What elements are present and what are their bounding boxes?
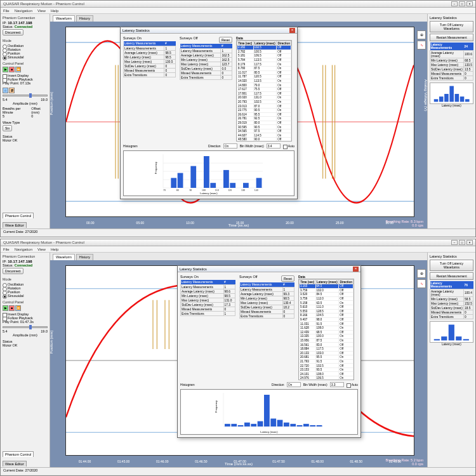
x-ticks: 00.0005.0010.0015.0020.0025.0030.00 [65,221,414,225]
direction-select[interactable] [287,382,301,387]
right-title: Latency Statistics [430,16,473,20]
svg-rect-18 [178,173,183,188]
tab-wave-editor[interactable]: Wave Editor [3,222,27,228]
bin-width-input[interactable] [330,382,344,387]
reset-button[interactable]: Reset [281,275,294,282]
dialog-close-button[interactable]: × [353,267,359,272]
svg-rect-70 [310,425,315,426]
reset-button[interactable]: Reset [219,37,232,43]
minimize-button[interactable]: – [451,240,458,245]
svg-rect-22 [204,156,209,188]
close-button[interactable]: × [466,1,473,6]
amp-slider[interactable] [3,95,48,96]
svg-text:Frequency: Frequency [215,400,218,413]
menu-help[interactable]: Help [51,9,58,13]
histogram-plot: Frequency Latency (msec) 708090100110120… [123,150,294,196]
surveys-on-table: Latency Measurements#Latency Measurement… [123,41,176,77]
svg-rect-69 [303,424,309,426]
play-button[interactable]: ▶ [3,67,8,72]
svg-rect-59 [238,425,244,426]
svg-rect-58 [231,424,237,426]
amp-label: Amplitude (mm) [3,102,48,105]
forward-button[interactable]: ⏩ [15,305,21,311]
latency-dialog: Latency Statistics× Surveys On Latency M… [120,27,298,199]
amp-value: 19.0 [41,98,48,102]
turn-off-latency-button[interactable]: Turn Off Latency Waveforms [430,21,473,32]
svg-rect-28 [243,183,249,188]
minimize-button[interactable]: – [451,1,458,6]
disconnect-button[interactable]: Disconnect [3,268,23,274]
playback-controls: ▶ ■ ⏩ [3,67,48,72]
svg-text:110: 110 [215,189,219,192]
left-panel: Phantom ConnectionIP: 10.17.147.198Statu… [1,253,50,467]
svg-rect-23 [210,183,216,188]
svg-rect-41 [434,99,439,102]
disconnect-button[interactable]: Disconnect [3,29,23,36]
play-point: Play Point: 07.13s [3,81,48,85]
forward-button[interactable]: ⏩ [15,67,21,72]
restart-measurement-button[interactable]: Restart Measurement [430,34,473,41]
zoom-tool-icon[interactable]: ⊕ [417,269,426,278]
stop-button[interactable]: ■ [9,67,15,72]
svg-rect-45 [455,94,459,102]
wave-type[interactable]: Sin [3,125,12,131]
amp-link-icon[interactable]: ⇄ [9,88,15,93]
mini-histogram [430,83,473,104]
conn-status: Connected [15,25,32,29]
svg-rect-20 [190,166,196,188]
svg-rect-74 [434,339,440,340]
wave-tool-icon[interactable]: ∿ [417,41,426,50]
close-button[interactable]: × [466,240,473,245]
svg-rect-77 [456,336,461,340]
svg-text:140: 140 [255,189,258,192]
tab-waveform[interactable]: Waveform [53,15,75,22]
maximize-button[interactable]: □ [459,1,465,6]
conn-label: Phantom Connection [3,16,48,20]
mode-sinusoidal[interactable]: Sinusoidal [3,55,48,59]
menubar: File Navigation View Help [1,8,475,14]
zoom-tool-icon[interactable]: ⊕ [417,30,426,39]
svg-rect-47 [465,99,470,102]
svg-text:Latency (msec): Latency (msec) [260,430,278,433]
stop-button[interactable]: ■ [9,305,15,311]
y2-axis-label: Analog Voltage (V) [424,79,428,111]
wave-tool-icon[interactable]: ∿ [417,279,426,288]
mode-label: Mode [3,39,48,43]
direction-select[interactable] [223,143,237,149]
restart-measurement-button[interactable]: Restart Measurement [430,272,473,280]
menu-navigation[interactable]: Navigation [15,9,32,13]
svg-rect-68 [297,425,303,426]
bin-width-input[interactable] [267,143,281,149]
right-stats-table: Latency Measurements24Average Latency (m… [430,43,473,81]
play-button[interactable]: ▶ [3,305,8,311]
tab-phantom-control[interactable]: Phantom Control [3,213,34,218]
motor-status: Motor OK [3,138,48,142]
amp-slider[interactable] [3,326,48,328]
maximize-button[interactable]: □ [459,240,465,245]
data-table: Time (sec)Latency (msec)Direction2.18210… [237,41,291,142]
menu-view[interactable]: View [37,9,46,13]
turn-off-latency-button[interactable]: Turn Off Latency Waveforms [430,260,473,271]
svg-rect-25 [223,170,229,188]
data-table-scroll[interactable]: Time (sec)Latency (msec)Direction2.18210… [236,40,292,142]
svg-rect-76 [449,325,454,341]
svg-rect-67 [290,424,296,426]
follow-playback-check[interactable]: Follow Playback [3,77,48,81]
tab-history[interactable]: History [76,15,93,22]
dialog-close-button[interactable]: × [289,28,295,33]
y-axis-label: Position (mm) [50,91,53,115]
amp-home-icon[interactable]: ⌂ [3,88,8,93]
svg-text:80: 80 [176,189,179,192]
menu-file[interactable]: File [3,9,10,13]
svg-rect-44 [449,86,454,102]
svg-rect-65 [277,420,283,426]
auto-check[interactable]: Auto [283,144,294,148]
titlebar: QUASAR Respiratory Motion - Phantom Cont… [1,1,475,8]
control-label: Control Panel [3,62,48,65]
svg-text:90: 90 [189,189,192,192]
svg-rect-46 [460,96,465,102]
svg-rect-57 [225,424,230,426]
svg-text:100: 100 [202,189,206,192]
window-title: QUASAR Respiratory Motion - Phantom Cont… [3,2,84,6]
window-buttons: – □ × [451,1,473,6]
